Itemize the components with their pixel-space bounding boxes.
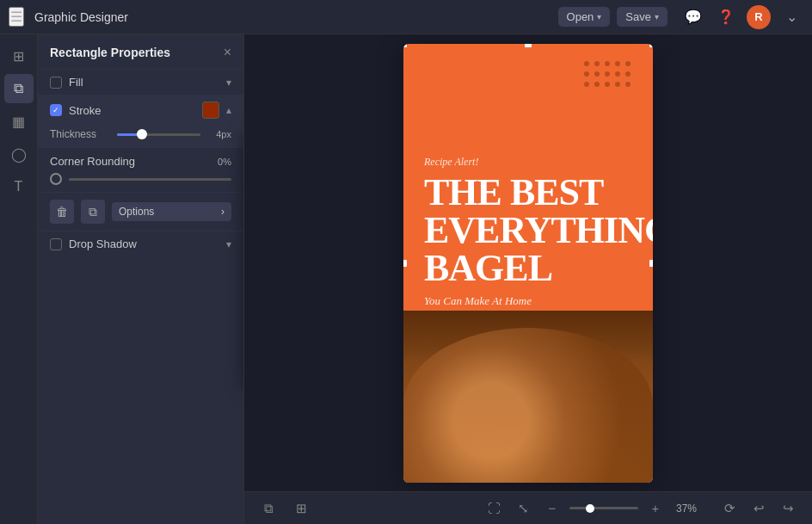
thickness-slider[interactable] [117,128,200,140]
icon-sidebar: ⊞ ⧉ ▦ ◯ T [0,34,38,524]
dot-grid [584,61,636,109]
user-avatar[interactable]: R [747,5,771,29]
fill-checkbox[interactable] [50,77,62,89]
sidebar-icon-text[interactable]: T [4,172,34,201]
stroke-label: Stroke [69,104,195,117]
menu-icon[interactable]: ☰ [9,7,24,27]
undo-icon[interactable]: ↩ [747,496,771,521]
sidebar-icon-layers[interactable]: ⧉ [4,74,34,103]
corner-value: 0% [218,157,231,167]
resize-icon[interactable]: ⤡ [511,496,535,521]
handle-top-middle[interactable] [525,44,532,47]
zoom-thumb[interactable] [586,504,594,513]
open-button[interactable]: Open ▾ [558,7,611,27]
handle-top-right[interactable] [649,44,653,47]
dot [625,61,631,66]
zoom-slider[interactable] [569,507,638,509]
card-bagel-image [403,311,653,483]
bottom-toolbar: ⧉ ⊞ ⛶ ⤡ − + 37% ⟳ ↩ ↪ [244,491,812,524]
thickness-value: 4px [207,129,231,139]
design-card[interactable]: Recipe Alert! The Best Everything Bagel … [403,44,653,483]
dot [594,71,600,77]
panel-header: Rectangle Properties × [38,34,243,70]
drop-shadow-row: Drop Shadow ▾ [38,231,243,256]
dot [594,82,600,87]
drop-shadow-label: Drop Shadow [69,237,219,250]
dot [584,61,589,66]
zoom-in-icon[interactable]: + [643,496,667,521]
zoom-value: 37% [673,502,700,515]
options-row: 🗑 ⧉ Options › [38,193,243,231]
corner-header: Corner Rounding 0% [50,155,231,168]
card-subtitle: Recipe Alert! [424,156,632,169]
handle-middle-left[interactable] [403,260,407,267]
panel-title: Rectangle Properties [50,46,170,59]
dot [605,71,610,77]
drop-shadow-expand-icon[interactable]: ▾ [226,238,231,250]
main-layout: ⊞ ⧉ ▦ ◯ T Rectangle Properties × Fill ▾ … [0,34,812,524]
thickness-track [117,133,200,136]
dot [594,61,600,66]
drop-shadow-checkbox[interactable] [50,238,62,250]
fill-row: Fill ▾ [38,70,243,96]
dot [615,82,620,87]
topbar-icons: 💬 ❓ R ⌄ [681,5,803,29]
fill-expand-icon[interactable]: ▾ [226,77,231,89]
stroke-checkbox[interactable] [50,104,62,116]
dot [584,82,589,87]
options-arrow-icon: › [221,206,225,218]
handle-top-left[interactable] [403,44,407,47]
canvas-viewport[interactable]: Recipe Alert! The Best Everything Bagel … [244,34,812,491]
dot [615,71,620,77]
stroke-color-swatch[interactable] [202,102,219,119]
canvas-area[interactable]: Recipe Alert! The Best Everything Bagel … [244,34,812,524]
dot [605,61,610,66]
card-tagline: You Can Make At Home [424,294,632,308]
delete-icon[interactable]: 🗑 [50,200,74,224]
corner-label: Corner Rounding [50,155,135,168]
dot [605,82,610,87]
dot [625,71,631,77]
handle-middle-right[interactable] [649,260,653,267]
save-button[interactable]: Save ▾ [617,7,667,27]
thickness-thumb[interactable] [137,129,147,139]
history-icon[interactable]: ⟳ [717,496,741,521]
help-icon[interactable]: ❓ [714,5,738,29]
options-button[interactable]: Options › [112,202,231,221]
corner-section: Corner Rounding 0% [38,148,243,193]
sidebar-icon-shapes[interactable]: ◯ [4,139,34,169]
sidebar-icon-grid[interactable]: ⊞ [4,41,34,71]
bottom-right-buttons: ⟳ ↩ ↪ [717,496,800,521]
chat-icon[interactable]: 💬 [681,5,705,29]
options-label: Options [119,206,154,218]
duplicate-icon[interactable]: ⧉ [81,200,105,224]
stroke-section: Stroke ▴ Thickness 4px [38,96,243,148]
card-dots-pattern [584,61,636,113]
fit-screen-icon[interactable]: ⛶ [482,496,506,521]
topbar: ☰ Graphic Designer Open ▾ Save ▾ 💬 ❓ R ⌄ [0,0,812,34]
close-button[interactable]: × [224,45,231,60]
thickness-label: Thickness [50,128,110,140]
zoom-area: ⛶ ⤡ − + 37% [482,496,700,521]
zoom-out-icon[interactable]: − [540,496,564,521]
dot [584,71,589,77]
redo-icon[interactable]: ↪ [776,496,800,521]
open-arrow-icon: ▾ [597,12,601,22]
stroke-header: Stroke ▴ [38,96,243,125]
card-title: The Best Everything Bagel [424,174,632,287]
save-arrow-icon: ▾ [655,12,659,22]
corner-slider[interactable] [50,173,231,185]
dot [615,61,620,66]
card-text-area: Recipe Alert! The Best Everything Bagel … [424,156,632,308]
layers-icon[interactable]: ⧉ [256,496,280,521]
corner-track [69,178,231,181]
grid-view-icon[interactable]: ⊞ [289,496,313,521]
properties-panel: Rectangle Properties × Fill ▾ Stroke ▴ T… [38,34,244,524]
corner-circle-icon [50,173,62,185]
expand-icon[interactable]: ⌄ [779,5,803,29]
dot [625,82,631,87]
stroke-expand-icon[interactable]: ▴ [226,104,231,116]
sidebar-icon-components[interactable]: ▦ [4,107,34,136]
thickness-row: Thickness 4px [38,125,243,147]
app-title: Graphic Designer [34,10,551,24]
